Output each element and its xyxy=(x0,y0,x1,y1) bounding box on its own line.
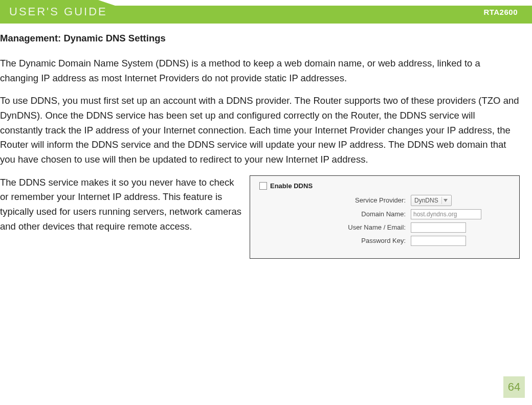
domain-name-input[interactable]: host.dyndns.org xyxy=(411,209,481,219)
ddns-form-panel: Enable DDNS Service Provider: DynDNS Dom… xyxy=(250,175,520,259)
paragraph-3: The DDNS service makes it so you never h… xyxy=(0,175,241,234)
username-input[interactable] xyxy=(411,222,466,233)
page-content: Management: Dynamic DNS Settings The Dyn… xyxy=(0,24,532,259)
password-row: Password Key: xyxy=(257,236,512,246)
chevron-down-icon xyxy=(441,197,449,204)
paragraph-1: The Dynamic Domain Name System (DDNS) is… xyxy=(0,56,520,85)
enable-ddns-label: Enable DDNS xyxy=(270,182,313,190)
domain-name-value: host.dyndns.org xyxy=(413,211,457,218)
username-label: User Name / Email: xyxy=(257,223,411,231)
service-provider-row: Service Provider: DynDNS xyxy=(257,195,512,206)
password-label: Password Key: xyxy=(257,237,411,244)
model-label: RTA2600 xyxy=(483,8,532,16)
password-input[interactable] xyxy=(411,236,466,246)
service-provider-select[interactable]: DynDNS xyxy=(411,195,452,206)
enable-ddns-row[interactable]: Enable DDNS xyxy=(257,182,512,190)
doc-header: USER'S GUIDE RTA2600 xyxy=(0,0,532,24)
paragraph-2: To use DDNS, you must first set up an ac… xyxy=(0,94,520,167)
service-provider-label: Service Provider: xyxy=(257,196,411,204)
username-row: User Name / Email: xyxy=(257,222,512,233)
section-heading: Management: Dynamic DNS Settings xyxy=(0,33,520,44)
guide-title: USER'S GUIDE xyxy=(0,5,107,18)
enable-ddns-checkbox[interactable] xyxy=(259,182,267,190)
page-number: 64 xyxy=(503,376,525,398)
domain-name-label: Domain Name: xyxy=(257,210,411,218)
domain-name-row: Domain Name: host.dyndns.org xyxy=(257,209,512,219)
service-provider-value: DynDNS xyxy=(414,197,438,204)
